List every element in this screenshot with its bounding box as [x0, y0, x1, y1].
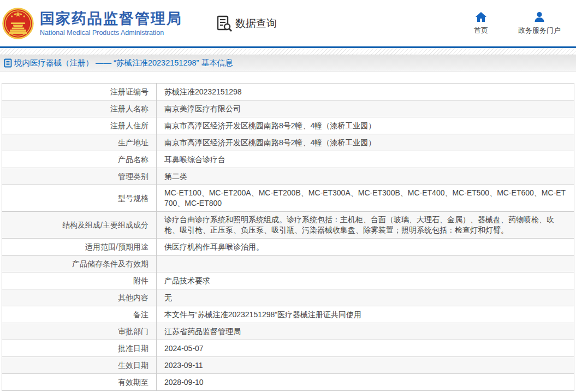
nav-portal-label: 政务服务门户: [518, 26, 561, 35]
site-header: 国家药品监督管理局 National Medical Products Admi…: [0, 0, 576, 46]
field-value: 江苏省药品监督管理局: [157, 323, 574, 340]
field-label: 审批部门: [2, 323, 157, 340]
site-subtitle: National Medical Products Administration: [40, 29, 182, 37]
table-row: 产品名称 耳鼻喉综合诊疗台: [2, 151, 574, 168]
field-label: 产品名称: [2, 151, 157, 168]
field-label: 批准日期: [2, 340, 157, 357]
table-row: 批准日期 2024-05-07: [2, 340, 574, 357]
field-value: MC-ET100、MC-ET200A、MC-ET200B、MC-ET300A、M…: [157, 185, 574, 212]
table-row: 产品储存条件及有效期: [2, 256, 574, 272]
list-icon: [4, 58, 12, 68]
nav-item-portal[interactable]: 政务服务门户: [518, 11, 561, 35]
table-row: 备注 本文件与“苏械注准20232151298”医疗器械注册证共同使用: [2, 306, 574, 323]
table-row: 生效日期 2023-09-11: [2, 357, 574, 374]
registration-info-body: 注册证编号 苏械注准20232151298 注册人名称 南京美淳医疗有限公司 注…: [2, 84, 574, 391]
field-value: 南京市高淳区经济开发区桃园南路8号2幢、4幢（漆桥工业园）: [157, 134, 574, 151]
breadcrumb-text: 境内医疗器械（注册） —— “苏械注准20232151298” 基本信息: [14, 58, 233, 68]
table-row: 审批部门 江苏省药品监督管理局: [2, 323, 574, 340]
field-value: 供医疗机构作耳鼻喉诊治用。: [157, 239, 574, 256]
breadcrumb: 境内医疗器械（注册） —— “苏械注准20232151298” 基本信息: [0, 55, 576, 72]
table-row: 有效期至 2028-09-10: [2, 374, 574, 391]
hatch-strip: [0, 48, 576, 55]
home-icon: [475, 11, 487, 22]
field-label: 有效期至: [2, 374, 157, 391]
table-row: 附件 产品技术要求: [2, 272, 574, 289]
field-value: 2028-09-10: [157, 374, 574, 391]
data-query-link[interactable]: 数据查询: [216, 15, 277, 32]
user-icon: [533, 11, 545, 22]
national-emblem-logo[interactable]: [2, 7, 34, 40]
field-label: 产品储存条件及有效期: [2, 256, 157, 272]
doc-search-icon: [216, 15, 233, 32]
table-row: 管理类别 第二类: [2, 168, 574, 185]
field-label: 生产地址: [2, 134, 157, 151]
field-value: 产品技术要求: [157, 272, 574, 289]
table-row: 注册人名称 南京美淳医疗有限公司: [2, 100, 574, 117]
field-label: 备注: [2, 306, 157, 323]
field-value: 诊疗台由诊疗系统和照明系统组成。诊疗系统包括：主机柜、台面（玻璃、大理石、金属）…: [157, 212, 574, 239]
field-label: 适用范围/预期用途: [2, 239, 157, 256]
field-label: 管理类别: [2, 168, 157, 185]
field-value: 耳鼻喉综合诊疗台: [157, 151, 574, 168]
field-label: 注册证编号: [2, 84, 157, 100]
field-value: 2023-09-11: [157, 357, 574, 374]
table-row: 适用范围/预期用途 供医疗机构作耳鼻喉诊治用。: [2, 239, 574, 256]
table-row: 型号规格 MC-ET100、MC-ET200A、MC-ET200B、MC-ET3…: [2, 185, 574, 212]
table-row: 生产地址 南京市高淳区经济开发区桃园南路8号2幢、4幢（漆桥工业园）: [2, 134, 574, 151]
table-row: 其他内容 无: [2, 289, 574, 306]
field-value: 苏械注准20232151298: [157, 84, 574, 100]
site-title: 国家药品监督管理局: [40, 10, 182, 27]
field-label: 其他内容: [2, 289, 157, 306]
table-row: 结构及组成/主要组成成分 诊疗台由诊疗系统和照明系统组成。诊疗系统包括：主机柜、…: [2, 212, 574, 239]
nav-item-home[interactable]: 首页: [474, 11, 488, 35]
data-query-label: 数据查询: [235, 16, 277, 31]
field-value: 南京市高淳区经济开发区桃园南路8号2幢、4幢（漆桥工业园）: [157, 117, 574, 134]
table-row: 注册证编号 苏械注准20232151298: [2, 84, 574, 100]
registration-info-table: 注册证编号 苏械注准20232151298 注册人名称 南京美淳医疗有限公司 注…: [2, 83, 574, 391]
field-label: 注册人名称: [2, 100, 157, 117]
field-value: 南京美淳医疗有限公司: [157, 100, 574, 117]
table-row: 注册人住所 南京市高淳区经济开发区桃园南路8号2幢、4幢（漆桥工业园）: [2, 117, 574, 134]
field-value: 第二类: [157, 168, 574, 185]
field-label: 注册人住所: [2, 117, 157, 134]
field-label: 型号规格: [2, 185, 157, 212]
field-value: 2024-05-07: [157, 340, 574, 357]
field-value: [157, 256, 574, 272]
nav-home-label: 首页: [474, 26, 488, 35]
site-title-block: 国家药品监督管理局 National Medical Products Admi…: [40, 10, 182, 37]
field-value: 无: [157, 289, 574, 306]
field-label: 结构及组成/主要组成成分: [2, 212, 157, 239]
field-label: 附件: [2, 272, 157, 289]
registration-info-table-wrap: 注册证编号 苏械注准20232151298 注册人名称 南京美淳医疗有限公司 注…: [2, 83, 574, 391]
field-value: 本文件与“苏械注准20232151298”医疗器械注册证共同使用: [157, 306, 574, 323]
field-label: 生效日期: [2, 357, 157, 374]
